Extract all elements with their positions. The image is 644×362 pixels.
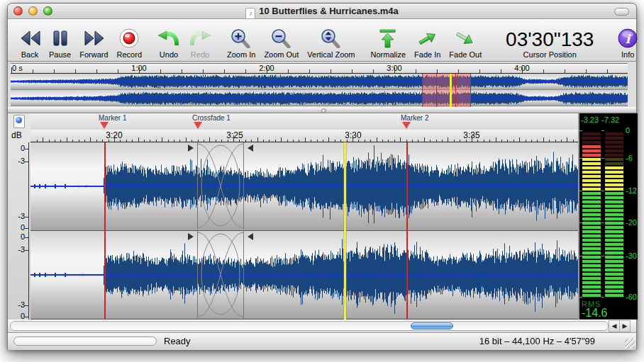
- meter-segment-left: [582, 171, 601, 174]
- playback-cursor-line[interactable]: [344, 142, 346, 319]
- marker-line[interactable]: [406, 142, 408, 319]
- marker-triangle-icon[interactable]: [402, 122, 411, 129]
- fade-out-button[interactable]: Fade Out: [445, 28, 486, 59]
- ruler-tick: [365, 140, 365, 142]
- overview-time-ruler[interactable]: 0 s1:002:003:004:00: [11, 63, 628, 74]
- ruler-tick: [519, 137, 520, 142]
- overview-channel-left[interactable]: [11, 74, 628, 90]
- track-icon[interactable]: [13, 115, 25, 128]
- ruler-tick: [561, 140, 562, 142]
- overview-waveform[interactable]: [11, 74, 628, 107]
- ruler-tick: [586, 69, 587, 73]
- pause-button[interactable]: Pause: [45, 28, 75, 59]
- horizontal-scrollbar[interactable]: [10, 321, 609, 331]
- vertical-zoom-button[interactable]: Vertical Zoom: [303, 28, 359, 59]
- meter-segment-right: [605, 179, 623, 182]
- ruler-tick: [526, 140, 526, 142]
- back-label: Back: [21, 50, 38, 59]
- zoom-out-button[interactable]: Zoom Out: [260, 28, 303, 59]
- scroll-left-button[interactable]: ◀: [609, 320, 619, 332]
- meter-segment-right: [605, 183, 623, 186]
- pane-divider[interactable]: [8, 107, 636, 113]
- ruler-tick: [352, 135, 353, 142]
- ruler-tick: [75, 69, 76, 73]
- zoom-in-label: Zoom In: [227, 50, 255, 59]
- ruler-tick: [209, 137, 210, 142]
- meter-segment-right: [605, 294, 623, 297]
- forward-button[interactable]: Forward: [75, 28, 112, 59]
- marker-triangle-icon[interactable]: [100, 122, 109, 129]
- meter-scale-label: -12: [626, 186, 637, 195]
- overview-visible-region[interactable]: [422, 74, 471, 107]
- ruler-tick: [287, 140, 288, 142]
- main-time-ruler[interactable]: 3:203:253:303:35: [30, 130, 578, 142]
- record-label: Record: [117, 50, 142, 59]
- meter-segment-right: [605, 281, 623, 284]
- crossfade-left-handle-icon[interactable]: [188, 145, 194, 152]
- meter-scale-tick: [601, 256, 604, 256]
- ruler-tick: [565, 69, 565, 73]
- db-axis-line: [28, 142, 29, 319]
- ruler-tick: [496, 137, 496, 142]
- ruler-tick: [501, 140, 502, 142]
- ruler-tick: [299, 140, 299, 142]
- ruler-tick: [607, 69, 608, 73]
- undo-button[interactable]: Undo: [153, 28, 184, 59]
- level-meter: -3.23-7.32 0-6-12-20-30-60 RMS -14.6: [579, 113, 638, 319]
- waveform-editing-area[interactable]: Marker 1Crossfade 1Marker 2 3:203:253:30…: [30, 113, 578, 319]
- meter-segment-left: [582, 243, 601, 246]
- fast-forward-icon: [83, 28, 104, 49]
- record-button[interactable]: Record: [113, 28, 146, 59]
- meter-segment-right: [605, 166, 623, 169]
- ruler-tick: [531, 140, 532, 142]
- meter-segment-right: [605, 154, 623, 157]
- toolbar-toggle-button[interactable]: [614, 8, 629, 16]
- titlebar[interactable]: ♪10 Butterflies & Hurricanes.m4a: [8, 4, 636, 19]
- ruler-tick: [224, 69, 225, 73]
- db-scale-label: 0: [21, 223, 25, 232]
- meter-segment-left: [582, 226, 601, 229]
- ruler-tick: [49, 140, 50, 142]
- resize-grip[interactable]: [625, 339, 635, 349]
- crossfade-envelope[interactable]: [197, 231, 244, 318]
- ruler-tick: [204, 140, 204, 142]
- info-button[interactable]: i Info: [614, 28, 642, 59]
- waveform-channel-right[interactable]: [30, 231, 578, 319]
- ruler-tick: [43, 137, 43, 142]
- meter-segment-left: [582, 273, 601, 276]
- ruler-tick: [347, 140, 348, 142]
- scrollbar-arrows: ◀ ▶: [609, 320, 631, 332]
- redo-button[interactable]: Redo: [184, 28, 216, 59]
- ruler-tick: [233, 135, 234, 142]
- crossfade-left-handle-icon[interactable]: [188, 233, 194, 240]
- marker-line[interactable]: [104, 142, 106, 319]
- meter-scale-label: -60: [626, 293, 637, 301]
- meter-segment-right: [605, 247, 623, 250]
- crossfade-right-handle-icon[interactable]: [248, 145, 253, 152]
- info-icon: i: [618, 28, 638, 49]
- marker-row[interactable]: Marker 1Crossfade 1Marker 2: [30, 113, 578, 130]
- ruler-tick: [198, 140, 199, 142]
- waveform-channel-left[interactable]: [30, 142, 578, 231]
- scrollbar-thumb[interactable]: [411, 322, 453, 329]
- meter-segment-right: [605, 192, 623, 195]
- ruler-tick: [293, 140, 294, 142]
- forward-label: Forward: [79, 50, 108, 59]
- back-button[interactable]: Back: [15, 28, 45, 59]
- meter-segment-right: [605, 200, 623, 203]
- ruler-tick: [340, 140, 341, 142]
- overview-marker-line: [436, 74, 437, 107]
- meter-segment-left: [582, 277, 601, 280]
- crossfade-right-handle-icon[interactable]: [248, 233, 253, 240]
- scroll-right-button[interactable]: ▶: [619, 320, 631, 332]
- zoom-in-button[interactable]: Zoom In: [223, 28, 260, 59]
- meter-segment-right: [605, 256, 623, 259]
- overview-channel-right[interactable]: [11, 90, 628, 106]
- fade-in-button[interactable]: Fade In: [410, 28, 445, 59]
- crossfade-envelope[interactable]: [197, 142, 244, 230]
- ruler-tick: [84, 140, 85, 142]
- marker-triangle-icon[interactable]: [194, 122, 202, 129]
- meter-segment-right: [605, 285, 623, 288]
- ruler-tick: [567, 137, 567, 142]
- normalize-button[interactable]: Normalize: [367, 28, 411, 59]
